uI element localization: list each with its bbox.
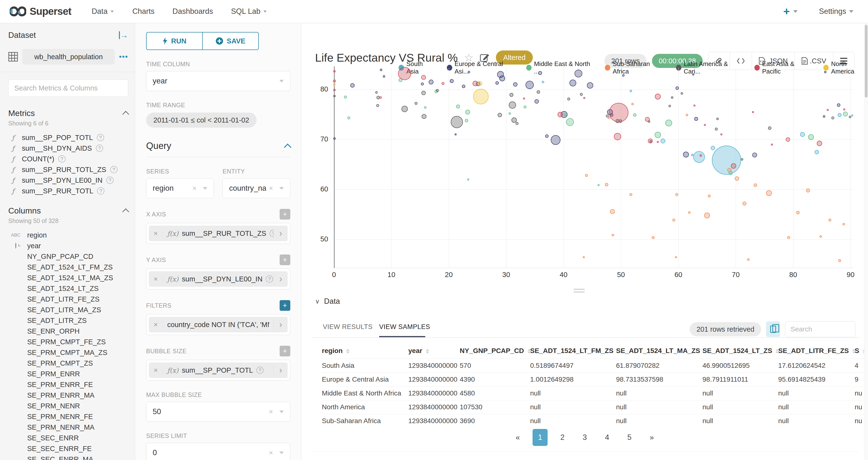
data-bubble[interactable] xyxy=(375,91,378,94)
data-bubble[interactable] xyxy=(598,184,599,186)
data-bubble[interactable] xyxy=(542,81,544,83)
expand-icon[interactable]: › xyxy=(274,274,288,284)
data-bubble[interactable] xyxy=(467,178,469,180)
column-item[interactable]: SE_PRM_CMPT_FE_ZS xyxy=(8,336,128,347)
data-bubble[interactable] xyxy=(700,154,702,157)
settings-menu[interactable]: Settings xyxy=(819,7,854,16)
data-bubble[interactable] xyxy=(660,138,665,143)
data-bubble[interactable] xyxy=(672,219,675,222)
data-bubble[interactable] xyxy=(509,101,516,109)
data-bubble[interactable] xyxy=(347,117,350,119)
add-x-axis-button[interactable]: + xyxy=(280,209,290,220)
data-bubble[interactable] xyxy=(683,152,689,158)
column-item[interactable]: SE_PRM_NENR xyxy=(8,400,128,411)
column-item[interactable]: SE_ADT_1524_LT_MA_ZS xyxy=(8,272,128,283)
table-column-header[interactable]: region xyxy=(322,343,408,359)
data-bubble[interactable] xyxy=(526,81,534,89)
data-bubble[interactable] xyxy=(508,112,511,115)
data-bubble[interactable] xyxy=(350,83,354,88)
clear-icon[interactable]: × xyxy=(269,449,273,457)
collapse-columns-icon[interactable] xyxy=(122,208,129,215)
column-item[interactable]: SE_PRM_CMPT_ZS xyxy=(8,358,128,368)
data-bubble[interactable] xyxy=(675,193,678,196)
data-bubble[interactable] xyxy=(837,103,840,107)
data-bubble[interactable] xyxy=(629,193,632,196)
column-item[interactable]: SE_SEC_ENRR xyxy=(8,433,128,443)
page-button-2[interactable]: 2 xyxy=(555,429,570,446)
data-bubble[interactable] xyxy=(741,158,743,161)
run-button[interactable]: RUN xyxy=(146,32,203,50)
column-item[interactable]: SE_ADT_1524_LT_FM_ZS xyxy=(8,262,128,272)
tab-view-samples[interactable]: VIEW SAMPLES xyxy=(379,323,430,331)
data-bubble[interactable] xyxy=(622,74,624,77)
data-bubble[interactable] xyxy=(422,91,426,95)
data-bubble[interactable] xyxy=(455,133,457,135)
data-panel-header[interactable]: ∨ Data xyxy=(315,297,868,306)
data-bubble[interactable] xyxy=(587,82,593,89)
collapse-query-icon[interactable] xyxy=(284,143,291,151)
column-item[interactable]: SE_PRM_NENR_FE xyxy=(8,411,128,422)
column-item[interactable]: SE_SEC_ENRR_FE xyxy=(8,443,128,454)
data-bubble[interactable] xyxy=(704,212,710,218)
data-bubble[interactable] xyxy=(849,116,851,118)
data-bubble[interactable] xyxy=(456,105,460,108)
data-bubble[interactable] xyxy=(824,71,827,73)
data-bubble[interactable] xyxy=(379,96,382,99)
max-bubble-size-select[interactable]: 50 × xyxy=(146,402,290,422)
data-bubble[interactable] xyxy=(450,79,454,83)
data-bubble[interactable] xyxy=(752,111,754,113)
column-item[interactable]: SE_ADT_LITR_FE_ZS xyxy=(8,294,128,304)
collapse-panel-icon[interactable]: ← xyxy=(119,31,128,39)
data-bubble[interactable] xyxy=(421,83,424,86)
data-bubble[interactable] xyxy=(823,115,825,118)
data-bubble[interactable] xyxy=(631,103,634,105)
data-bubble[interactable] xyxy=(711,146,715,150)
data-bubble[interactable] xyxy=(831,117,834,119)
metric-item[interactable]: ƒsum__SP_POP_TOTL? xyxy=(8,132,128,143)
table-column-header[interactable]: year xyxy=(408,343,460,359)
data-bubble[interactable] xyxy=(731,163,736,169)
data-bubble[interactable] xyxy=(815,150,819,154)
table-column-header[interactable]: SE_ADT_1524_LT_ZS xyxy=(703,343,778,359)
data-bubble[interactable] xyxy=(669,105,671,107)
page-button-»[interactable]: » xyxy=(644,429,659,446)
column-item[interactable]: SE_ADT_LITR_MA_ZS xyxy=(8,304,128,315)
column-item[interactable]: SE_ENR_ORPH xyxy=(8,326,128,336)
data-bubble[interactable] xyxy=(614,133,621,140)
data-bubble[interactable] xyxy=(693,105,695,106)
data-bubble[interactable] xyxy=(838,113,841,117)
data-bubble[interactable] xyxy=(509,93,514,97)
data-bubble[interactable] xyxy=(715,128,718,131)
data-bubble[interactable] xyxy=(401,106,408,112)
data-bubble[interactable] xyxy=(473,81,478,86)
data-bubble[interactable] xyxy=(754,184,757,187)
data-bubble[interactable] xyxy=(436,89,439,92)
filter-field[interactable]: × country_code NOT IN ('TCA', 'MNP', ...… xyxy=(146,314,290,335)
data-bubble[interactable] xyxy=(843,111,848,117)
add-bubble-size-button[interactable]: + xyxy=(280,346,290,356)
column-item[interactable]: NY_GNP_PCAP_CD xyxy=(8,251,128,262)
data-bubble[interactable] xyxy=(609,103,628,122)
data-bubble[interactable] xyxy=(655,132,661,138)
data-bubble[interactable] xyxy=(465,119,468,122)
metric-item[interactable]: ƒsum__SH_DYN_AIDS? xyxy=(8,143,128,154)
data-bubble[interactable] xyxy=(808,134,814,140)
metric-item[interactable]: ƒsum__SP_RUR_TOTL? xyxy=(8,186,128,196)
data-bubble[interactable] xyxy=(344,96,347,99)
column-item[interactable]: year xyxy=(8,240,128,251)
data-bubble[interactable] xyxy=(786,137,790,142)
metric-item[interactable]: ƒsum__SP_DYN_LE00_IN? xyxy=(8,175,128,186)
remove-icon[interactable]: × xyxy=(149,321,163,329)
table-column-header[interactable]: SE_ADT_LITR_FE_ZS xyxy=(778,343,855,359)
dataset-name[interactable]: wb_health_population xyxy=(22,49,115,65)
data-bubble[interactable] xyxy=(473,89,489,104)
data-bubble[interactable] xyxy=(333,95,336,97)
nav-item-sql-lab[interactable]: SQL Lab xyxy=(231,7,267,16)
metric-item[interactable]: ƒCOUNT(*)? xyxy=(8,154,128,164)
data-bubble[interactable] xyxy=(376,104,379,107)
page-button-1[interactable]: 1 xyxy=(532,429,548,446)
data-bubble[interactable] xyxy=(633,113,637,117)
column-item[interactable]: SE_ADT_LITR_ZS xyxy=(8,315,128,326)
search-metrics-input[interactable]: Search Metrics & Columns xyxy=(8,79,128,97)
data-bubble[interactable] xyxy=(691,154,693,156)
